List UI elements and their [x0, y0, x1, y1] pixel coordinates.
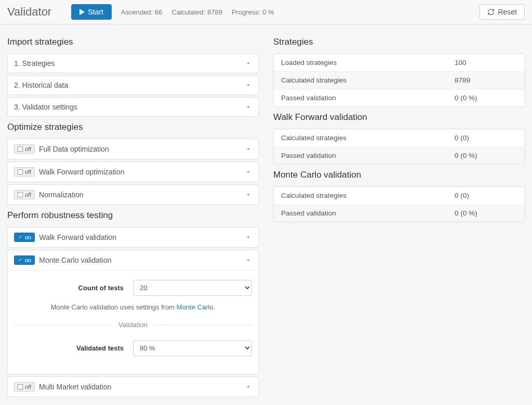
- monte-carlo-panel: Count of tests 20 Monte Carlo validation…: [8, 270, 258, 374]
- robust-list: on Walk Forward validation on Monte Carl…: [7, 227, 259, 397]
- monte-carlo-link[interactable]: Monte Carlo: [177, 303, 214, 311]
- start-button[interactable]: Start: [71, 4, 112, 20]
- chevron-down-icon: [245, 383, 252, 390]
- section-robust-title: Perform robustness testing: [7, 210, 259, 221]
- count-of-tests-label: Count of tests: [14, 284, 133, 292]
- robust-item-multi-market[interactable]: off Multi Market validation: [7, 376, 259, 397]
- optimize-item-label: Normalization: [39, 191, 245, 199]
- chevron-down-icon: [245, 145, 252, 153]
- section-import-title: Import strategies: [7, 37, 259, 47]
- play-icon: [79, 9, 85, 15]
- toggle-on[interactable]: on: [14, 233, 35, 242]
- wf-title: Walk Forward validation: [273, 112, 525, 123]
- table-row: Passed validation0 (0 %): [274, 89, 524, 106]
- mc-title: Monte Carlo validation: [273, 170, 525, 180]
- import-item-label: 3. Validator settings: [14, 103, 245, 111]
- left-column: Import strategies 1. Strategies 2. Histo…: [7, 32, 259, 399]
- chevron-up-icon: [245, 256, 252, 264]
- import-item-strategies[interactable]: 1. Strategies: [7, 53, 259, 73]
- chevron-down-icon: [245, 82, 252, 89]
- table-row: Loaded strategies100: [274, 54, 524, 71]
- reset-button-label: Reset: [498, 8, 517, 16]
- table-row: Calculated strategies0 (0): [274, 187, 524, 204]
- validated-tests-label: Validated tests: [14, 344, 133, 352]
- optimize-item-label: Full Data optimization: [39, 145, 245, 153]
- validation-divider: Validation: [14, 320, 252, 329]
- mc-table: Calculated strategies0 (0) Passed valida…: [273, 186, 525, 222]
- optimize-item-label: Walk Forward optimization: [39, 168, 245, 176]
- top-bar: Validator Start Ascended: 66 Calculated:…: [0, 0, 532, 24]
- robust-item-monte-carlo-header[interactable]: on Monte Carlo validation: [8, 250, 258, 270]
- optimize-item-full-data[interactable]: off Full Data optimization: [7, 139, 259, 159]
- optimize-list: off Full Data optimization off Walk Forw…: [7, 139, 259, 205]
- stat-progress: Progress: 0 %: [232, 8, 274, 16]
- chevron-down-icon: [245, 191, 252, 198]
- stat-ascended: Ascended: 66: [121, 8, 163, 16]
- toggle-on[interactable]: on: [14, 255, 35, 265]
- page-title: Validator: [7, 5, 51, 19]
- table-row: Passed validation0 (0 %): [274, 204, 524, 222]
- count-of-tests-select[interactable]: 20: [133, 280, 252, 296]
- robust-item-label: Walk Forward validation: [39, 233, 245, 241]
- optimize-item-walk-forward[interactable]: off Walk Forward optimization: [7, 161, 259, 182]
- wf-table: Calculated strategies0 (0) Passed valida…: [273, 129, 525, 165]
- toggle-off[interactable]: off: [14, 190, 35, 199]
- chevron-down-icon: [245, 234, 252, 241]
- check-icon: [18, 235, 23, 240]
- strategies-title: Strategies: [273, 37, 525, 47]
- import-item-settings[interactable]: 3. Validator settings: [7, 97, 259, 117]
- table-row: Passed validation0 (0 %): [274, 146, 524, 164]
- toggle-off[interactable]: off: [14, 382, 35, 392]
- import-item-historical[interactable]: 2. Historical data: [7, 75, 259, 95]
- chevron-down-icon: [245, 168, 252, 176]
- optimize-item-normalization[interactable]: off Normalization: [7, 184, 259, 205]
- refresh-icon: [487, 8, 495, 16]
- toggle-off[interactable]: off: [14, 167, 35, 177]
- import-item-label: 2. Historical data: [14, 81, 245, 89]
- start-button-label: Start: [88, 8, 103, 16]
- section-optimize-title: Optimize strategies: [7, 122, 259, 132]
- reset-button[interactable]: Reset: [480, 4, 525, 20]
- chevron-down-icon: [245, 60, 252, 67]
- monte-carlo-hint: Monte Carlo validation uses settings fro…: [14, 303, 252, 311]
- validated-tests-select[interactable]: 80 %: [133, 340, 252, 356]
- right-column: Strategies Loaded strategies100 Calculat…: [273, 32, 525, 399]
- table-row: Calculated strategies0 (0): [274, 129, 524, 146]
- toggle-off[interactable]: off: [14, 144, 35, 154]
- table-row: Calculated strategies8789: [274, 71, 524, 89]
- robust-item-walk-forward[interactable]: on Walk Forward validation: [7, 227, 259, 248]
- check-icon: [18, 258, 23, 263]
- robust-item-label: Monte Carlo validation: [39, 256, 245, 264]
- chevron-down-icon: [245, 103, 252, 111]
- stat-calculated: Calculated: 8789: [171, 8, 222, 16]
- robust-item-monte-carlo: on Monte Carlo validation Count of tests…: [7, 250, 259, 374]
- strategies-table: Loaded strategies100 Calculated strategi…: [273, 53, 525, 107]
- import-item-label: 1. Strategies: [14, 59, 245, 68]
- robust-item-label: Multi Market validation: [39, 383, 245, 391]
- import-list: 1. Strategies 2. Historical data 3. Vali…: [7, 53, 259, 117]
